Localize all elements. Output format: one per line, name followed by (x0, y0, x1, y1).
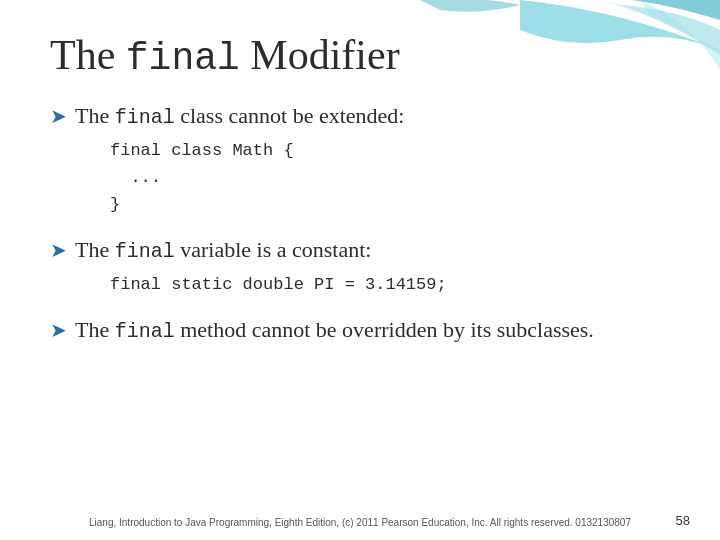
bullet-arrow-3: ➤ (50, 318, 67, 342)
bullet2-prefix: The (75, 237, 115, 262)
bullet-section-3: ➤ The final method cannot be overridden … (50, 316, 670, 345)
bullet-arrow-2: ➤ (50, 238, 67, 262)
bullet-text-1: The final class cannot be extended: (75, 102, 404, 131)
bullet-section-1: ➤ The final class cannot be extended: fi… (50, 102, 670, 219)
bullet-item-3: ➤ The final method cannot be overridden … (50, 316, 670, 345)
bullet-text-3: The final method cannot be overridden by… (75, 316, 594, 345)
bullet3-monospace: final (115, 320, 175, 343)
bullet-section-2: ➤ The final variable is a constant: fina… (50, 236, 670, 298)
bullet1-prefix: The (75, 103, 115, 128)
page-number: 58 (676, 513, 690, 528)
bullet-item-2: ➤ The final variable is a constant: (50, 236, 670, 265)
title-suffix: Modifier (240, 32, 400, 78)
bullet-arrow-1: ➤ (50, 104, 67, 128)
code-line-2-1: final static double PI = 3.14159; (110, 271, 670, 298)
code-block-1: final class Math { ... } (110, 137, 670, 219)
bullet3-suffix: method cannot be overridden by its subcl… (175, 317, 594, 342)
code-block-2: final static double PI = 3.14159; (110, 271, 670, 298)
bullet1-monospace: final (115, 106, 175, 129)
title-prefix: The (50, 32, 126, 78)
bullet2-suffix: variable is a constant: (175, 237, 372, 262)
bullet1-suffix: class cannot be extended: (175, 103, 405, 128)
title-monospace: final (126, 37, 240, 80)
code-line-1-2: ... (110, 164, 670, 191)
bullet2-monospace: final (115, 240, 175, 263)
bullet3-prefix: The (75, 317, 115, 342)
code-line-1-1: final class Math { (110, 137, 670, 164)
bullet-text-2: The final variable is a constant: (75, 236, 371, 265)
bullet-item-1: ➤ The final class cannot be extended: (50, 102, 670, 131)
footer-text: Liang, Introduction to Java Programming,… (0, 517, 720, 528)
code-line-1-3: } (110, 191, 670, 218)
slide-title: The final Modifier (50, 30, 670, 82)
